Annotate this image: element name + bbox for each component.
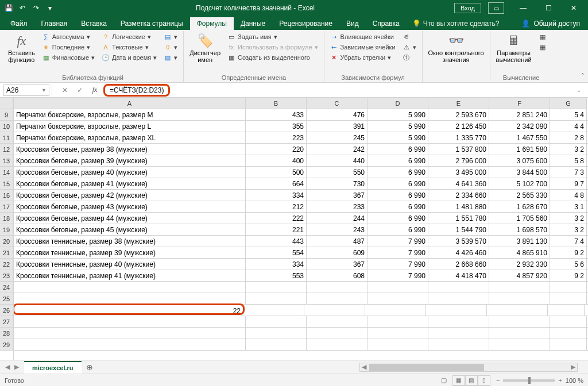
create-from-selection-button[interactable]: ▦Создать из выделенного	[225, 53, 320, 62]
cell[interactable]: 608	[307, 270, 368, 282]
cell[interactable]: 5 6	[550, 259, 587, 270]
cell[interactable]: 1 705 560	[489, 213, 550, 224]
cell[interactable]: 7 990	[368, 270, 428, 282]
cell[interactable]	[489, 293, 550, 305]
row-header[interactable]: 15	[0, 178, 13, 190]
cell[interactable]: 1 544 790	[428, 224, 489, 236]
zoom-out-icon[interactable]: −	[496, 377, 500, 384]
cell[interactable]	[368, 316, 428, 328]
cell[interactable]: 2 932 330	[489, 259, 550, 270]
calc-sheet-button[interactable]: ▦	[536, 43, 549, 52]
cell[interactable]: 1 335 770	[428, 132, 489, 144]
cell[interactable]	[489, 328, 550, 339]
name-manager-button[interactable]: 🏷️ Диспетчер имен	[187, 32, 223, 64]
cell[interactable]	[14, 339, 246, 351]
maximize-icon[interactable]: ☐	[536, 0, 560, 16]
cell[interactable]: 5 102 700	[489, 178, 550, 190]
cell[interactable]: 6 990	[368, 178, 428, 190]
cell[interactable]	[307, 339, 368, 351]
cell[interactable]	[428, 328, 489, 339]
cell[interactable]	[14, 282, 246, 293]
row-header[interactable]: 9	[0, 109, 13, 121]
cell[interactable]: 245	[307, 132, 368, 144]
tab-home[interactable]: Главная	[34, 17, 75, 30]
cell[interactable]: 3 2	[550, 224, 587, 236]
sheet-nav-next-icon[interactable]: ▶	[13, 363, 21, 371]
cell[interactable]	[428, 316, 489, 328]
trace-precedents-button[interactable]: ⇢Влияющие ячейки	[328, 32, 398, 41]
error-checking-button[interactable]: ⚠▾	[400, 43, 419, 52]
cell[interactable]: Кроссовки беговые, размер 45 (мужские)	[14, 224, 246, 236]
cell[interactable]: 2 565 330	[489, 190, 550, 201]
cell[interactable]	[307, 293, 368, 305]
column-header[interactable]: A	[14, 98, 246, 109]
define-name-button[interactable]: ▭Задать имя ▾	[225, 32, 320, 41]
cell[interactable]	[368, 282, 428, 293]
cell[interactable]: 221	[246, 224, 307, 236]
sheet-nav-prev-icon[interactable]: ◀	[3, 363, 11, 371]
undo-icon[interactable]: ↶	[16, 2, 29, 14]
formula-input[interactable]: =СЧЁТЗ(D2:D23)	[103, 84, 170, 97]
page-layout-view-icon[interactable]: ▤	[465, 375, 478, 386]
normal-view-icon[interactable]: ▦	[452, 375, 465, 386]
cell[interactable]: 7 4	[550, 236, 587, 247]
cell[interactable]: 3 495 000	[428, 167, 489, 178]
cell[interactable]: 550	[307, 167, 368, 178]
cell[interactable]: 2 851 240	[489, 109, 550, 121]
zoom-level[interactable]: 100 %	[566, 377, 583, 384]
cell[interactable]: 4 4	[550, 121, 587, 132]
row-header[interactable]: 23	[0, 270, 13, 282]
cell[interactable]	[304, 305, 365, 316]
cell[interactable]: 3 1	[550, 201, 587, 213]
cell[interactable]: 4 418 470	[428, 270, 489, 282]
cell[interactable]: 5 990	[368, 109, 428, 121]
cell[interactable]: 7 990	[368, 236, 428, 247]
cell[interactable]: 2 593 670	[428, 109, 489, 121]
cell[interactable]: Кроссовки теннисные, размер 39 (мужские)	[14, 247, 246, 259]
datetime-button[interactable]: 🕒Дата и время ▾	[99, 53, 159, 62]
qat-dropdown-icon[interactable]: ▾	[44, 2, 56, 14]
cell[interactable]: 5 990	[368, 132, 428, 144]
more-functions-button[interactable]: ▤▾	[161, 53, 180, 62]
tab-data[interactable]: Данные	[234, 17, 272, 30]
cell[interactable]: 243	[307, 224, 368, 236]
remove-arrows-button[interactable]: ✕Убрать стрелки ▾	[328, 53, 398, 62]
cell[interactable]: Кроссовки беговые, размер 40 (мужские)	[14, 167, 246, 178]
tab-view[interactable]: Вид	[339, 17, 366, 30]
cell[interactable]	[246, 339, 307, 351]
cell[interactable]	[243, 305, 304, 316]
evaluate-formula-button[interactable]: ⓕ	[400, 53, 419, 62]
cell[interactable]: 4 8	[550, 190, 587, 201]
cell[interactable]: 1 698 570	[489, 224, 550, 236]
cell[interactable]	[550, 282, 587, 293]
cell[interactable]: 6 990	[368, 167, 428, 178]
zoom-in-icon[interactable]: +	[558, 377, 562, 384]
cell[interactable]: 2 668 660	[428, 259, 489, 270]
cell[interactable]: 391	[307, 121, 368, 132]
cell[interactable]	[368, 293, 428, 305]
row-header[interactable]: 10	[0, 121, 13, 132]
cell[interactable]: 1 467 550	[489, 132, 550, 144]
cell[interactable]: 4 865 910	[489, 247, 550, 259]
row-header[interactable]: 29	[0, 339, 13, 351]
save-icon[interactable]: 💾	[2, 2, 15, 14]
cell[interactable]: 1 628 670	[489, 201, 550, 213]
cell[interactable]: Кроссовки беговые, размер 43 (мужские)	[14, 201, 246, 213]
cell[interactable]: 500	[246, 167, 307, 178]
cell[interactable]: 7 3	[550, 167, 587, 178]
column-header[interactable]: B	[246, 98, 307, 109]
cell[interactable]	[368, 328, 428, 339]
cell[interactable]: 334	[246, 190, 307, 201]
name-box[interactable]: A26▼	[3, 84, 49, 96]
cell[interactable]	[246, 282, 307, 293]
cell[interactable]	[246, 293, 307, 305]
cell[interactable]: Перчатки боксерские, взрослые, размер XL	[14, 132, 246, 144]
active-cell[interactable]: 22	[14, 303, 245, 315]
recent-button[interactable]: ★Последние ▾	[40, 43, 97, 52]
cell[interactable]: Кроссовки беговые, размер 39 (мужские)	[14, 155, 246, 167]
cell[interactable]: 1 551 780	[428, 213, 489, 224]
cell[interactable]: 7 990	[368, 247, 428, 259]
cell[interactable]: 553	[246, 270, 307, 282]
cell[interactable]	[428, 339, 489, 351]
cell[interactable]: 242	[307, 144, 368, 155]
